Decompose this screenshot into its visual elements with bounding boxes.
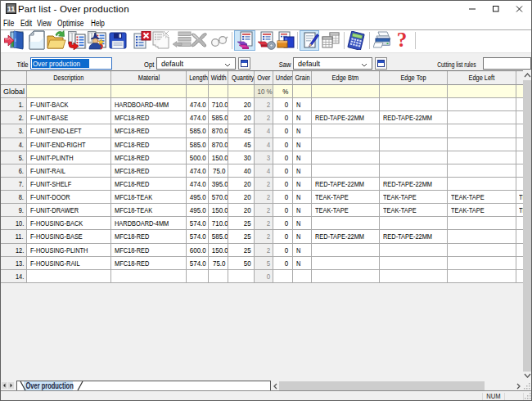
svg-text:?: ?	[397, 30, 408, 50]
svg-text:Over production: Over production	[26, 381, 74, 390]
svg-text:11: 11	[7, 5, 16, 13]
